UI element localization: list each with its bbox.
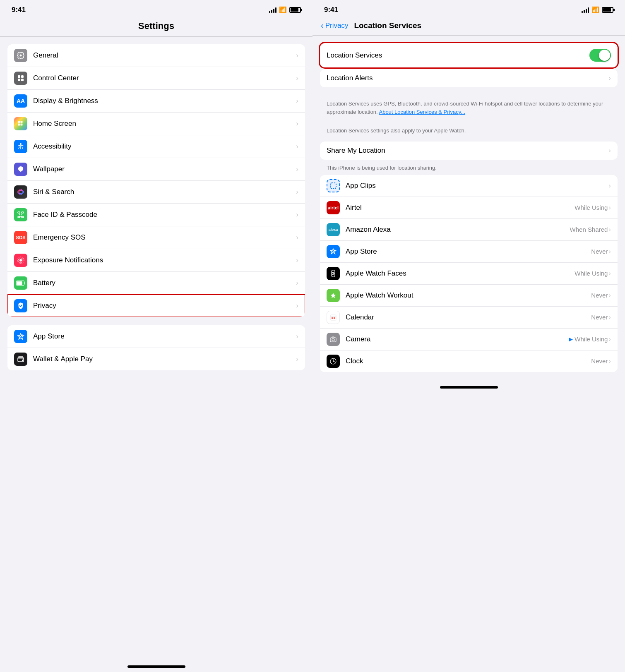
settings-item-siri[interactable]: Siri & Search ›: [7, 181, 305, 204]
airtel-name: Airtel: [346, 204, 575, 212]
share-location-chevron: ›: [608, 146, 611, 155]
exposure-label: Exposure Notifications: [33, 256, 296, 264]
svg-rect-2: [21, 75, 24, 78]
svg-rect-1: [18, 75, 20, 78]
app-item-calendar[interactable]: Calendar Never ›: [320, 307, 618, 329]
settings-item-privacy[interactable]: Privacy ›: [7, 295, 305, 317]
app-item-watch-faces[interactable]: Apple Watch Faces While Using ›: [320, 263, 618, 285]
camera-name: Camera: [346, 335, 569, 343]
app-item-workout[interactable]: Apple Watch Workout Never ›: [320, 285, 618, 307]
share-sub-content: This iPhone is being used for location s…: [327, 165, 437, 171]
app-clips-name: App Clips: [346, 182, 608, 190]
app-item-clock[interactable]: Clock Never ›: [320, 350, 618, 372]
app-clips-icon: [327, 179, 340, 192]
status-bar-left: 9:41 📶: [0, 0, 312, 17]
svg-point-9: [20, 143, 22, 145]
status-icons-left: 📶: [269, 6, 301, 14]
clock-icon-item: [327, 355, 340, 368]
share-location-group: Share My Location ›: [320, 142, 618, 160]
siri-label: Siri & Search: [33, 188, 296, 196]
appstore-icon: [14, 330, 27, 343]
settings-item-sos[interactable]: SOS Emergency SOS ›: [7, 226, 305, 249]
clock-name: Clock: [346, 357, 591, 365]
location-services-toggle-row: Location Services: [320, 43, 618, 67]
settings-item-general[interactable]: General ›: [7, 44, 305, 67]
general-chevron: ›: [296, 51, 298, 60]
info-text-2-content: Location Services settings also apply to…: [327, 127, 466, 134]
watch-faces-chevron: ›: [608, 269, 611, 278]
appstore-right-name: App Store: [346, 247, 591, 256]
alexa-permission: When Shared: [570, 226, 608, 233]
svg-rect-13: [22, 212, 24, 213]
accessibility-label: Accessibility: [33, 142, 296, 151]
appstore-permission: Never: [591, 248, 608, 255]
apps-location-group: App Clips › airtel Airtel While Using › …: [320, 175, 618, 372]
accessibility-chevron: ›: [296, 142, 298, 151]
time-left: 9:41: [12, 6, 26, 14]
home-screen-label: Home Screen: [33, 120, 296, 128]
app-item-airtel[interactable]: airtel Airtel While Using ›: [320, 197, 618, 219]
appstore-blue-icon: [327, 245, 340, 258]
svg-rect-5: [18, 121, 20, 123]
workout-permission: Never: [591, 292, 608, 299]
settings-item-wallpaper[interactable]: Wallpaper ›: [7, 158, 305, 181]
control-center-icon: [14, 72, 27, 85]
wallpaper-chevron: ›: [296, 165, 298, 173]
share-sub-text: This iPhone is being used for location s…: [320, 161, 618, 175]
svg-point-0: [20, 55, 22, 57]
location-alerts-group: Location Alerts ›: [320, 69, 618, 87]
settings-item-display[interactable]: AA Display & Brightness ›: [7, 90, 305, 113]
share-location-label: Share My Location: [327, 146, 608, 155]
settings-title: Settings: [12, 21, 301, 31]
sos-label: Emergency SOS: [33, 233, 296, 242]
svg-rect-34: [332, 317, 333, 319]
svg-point-10: [18, 190, 24, 194]
battery-status-icon: [289, 7, 301, 13]
settings-item-accessibility[interactable]: Accessibility ›: [7, 135, 305, 158]
app-item-camera[interactable]: Camera ▶ While Using ›: [320, 329, 618, 350]
clock-permission: Never: [591, 358, 608, 365]
location-alerts-item[interactable]: Location Alerts ›: [320, 69, 618, 87]
appstore-chevron-right: ›: [608, 247, 611, 256]
wifi-icon-right: 📶: [591, 6, 599, 14]
svg-rect-22: [25, 282, 26, 284]
about-location-link[interactable]: About Location Services & Privacy...: [379, 109, 465, 115]
wallet-label: Wallet & Apple Pay: [33, 355, 296, 363]
share-location-item[interactable]: Share My Location ›: [320, 142, 618, 160]
battery-label: Battery: [33, 279, 296, 287]
back-label: Privacy: [325, 22, 349, 30]
settings-item-exposure[interactable]: Exposure Notifications ›: [7, 249, 305, 272]
app-item-appstore[interactable]: App Store Never ›: [320, 241, 618, 263]
back-chevron-icon: ‹: [321, 21, 324, 30]
svg-rect-4: [21, 79, 24, 81]
status-bar-right: 9:41 📶: [312, 0, 625, 17]
settings-item-control-center[interactable]: Control Center ›: [7, 67, 305, 90]
settings-item-appstore[interactable]: App Store ›: [7, 325, 305, 348]
location-services-toggle[interactable]: [589, 49, 611, 62]
settings-item-home-screen[interactable]: Home Screen ›: [7, 113, 305, 135]
svg-point-18: [19, 259, 22, 262]
airtel-chevron: ›: [608, 204, 611, 212]
appstore-label: App Store: [33, 332, 296, 341]
battery-chevron: ›: [296, 279, 298, 287]
faceid-label: Face ID & Passcode: [33, 211, 296, 219]
watch-faces-name: Apple Watch Faces: [346, 269, 575, 278]
settings-item-wallet[interactable]: Wallet & Apple Pay ›: [7, 348, 305, 370]
settings-item-faceid[interactable]: Face ID & Passcode ›: [7, 204, 305, 226]
app-item-app-clips[interactable]: App Clips ›: [320, 175, 618, 197]
home-screen-chevron: ›: [296, 120, 298, 128]
location-services-title: Location Services: [354, 21, 421, 30]
camera-permission: ▶ While Using: [569, 336, 608, 343]
location-panel: 9:41 📶 ‹ Privacy Location Services Locat…: [312, 0, 625, 672]
location-alerts-label: Location Alerts: [327, 74, 608, 82]
app-item-alexa[interactable]: alexa Amazon Alexa When Shared ›: [320, 219, 618, 241]
settings-item-battery[interactable]: Battery ›: [7, 272, 305, 295]
back-button[interactable]: ‹ Privacy: [321, 21, 348, 30]
settings-content: General › Control Center › AA: [0, 37, 312, 660]
control-center-label: Control Center: [33, 74, 296, 82]
app-clips-chevron: ›: [608, 182, 611, 190]
siri-chevron: ›: [296, 188, 298, 196]
display-icon: AA: [14, 94, 27, 108]
watch-faces-icon: [327, 267, 340, 280]
privacy-icon: [14, 299, 27, 312]
